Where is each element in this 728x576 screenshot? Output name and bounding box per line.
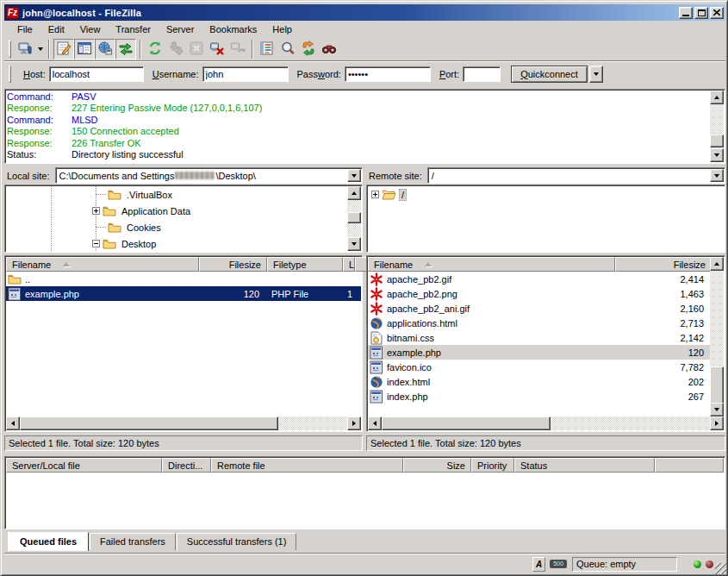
remote-site-dropdown-button[interactable] [710, 169, 724, 182]
speed-limit-icon[interactable]: 500 [550, 560, 567, 568]
synchronized-browsing-button[interactable] [298, 39, 319, 59]
menu-server[interactable]: Server [159, 22, 202, 36]
local-tree-scrollbar[interactable] [347, 186, 361, 251]
remote-site-combobox[interactable]: / [427, 167, 725, 184]
file-row--[interactable]: .. [6, 272, 361, 286]
tab-successful-transfers-1-[interactable]: Successful transfers (1) [177, 533, 297, 550]
file-row-bitnami-css[interactable]: bitnami.css2,142 [368, 330, 710, 345]
column-header-filename[interactable]: Filename [368, 257, 615, 272]
password-field[interactable] [345, 66, 431, 82]
scroll-right-button[interactable] [710, 416, 724, 430]
scroll-thumb[interactable] [347, 212, 361, 223]
tree-item-cookies[interactable]: Cookies [6, 219, 361, 235]
menu-transfer[interactable]: Transfer [108, 22, 159, 36]
queue-column-directi-[interactable]: Directi... [162, 458, 211, 473]
refresh-button[interactable] [145, 39, 165, 59]
tree-item--virtualbox[interactable]: .VirtualBox [6, 186, 361, 203]
menu-help[interactable]: Help [264, 22, 300, 36]
queue-column-status[interactable]: Status [514, 458, 655, 473]
cancel-button[interactable] [186, 39, 207, 59]
minimize-button[interactable] [679, 7, 693, 19]
menu-view[interactable]: View [72, 22, 109, 36]
menu-bookmarks[interactable]: Bookmarks [202, 22, 264, 36]
quickconnect-button[interactable]: Quickconnect [511, 66, 588, 83]
file-row-apache-pb2-png[interactable]: apache_pb2.png1,463 [368, 286, 710, 301]
file-row-example-php[interactable]: example.php120 [368, 345, 710, 360]
site-manager-button[interactable] [15, 39, 35, 59]
cell [199, 272, 267, 286]
close-button[interactable] [710, 7, 724, 19]
scroll-left-button[interactable] [368, 416, 382, 430]
scroll-thumb[interactable] [710, 366, 724, 404]
scroll-down-button[interactable] [347, 237, 361, 251]
scroll-up-button[interactable] [710, 91, 724, 104]
host-field[interactable] [49, 66, 144, 82]
data-type-indicator-button[interactable]: A [532, 557, 545, 572]
cell-text: 120 [688, 347, 704, 358]
scroll-thumb[interactable] [20, 416, 278, 430]
file-row-apache-pb2-gif[interactable]: apache_pb2.gif2,414 [368, 272, 710, 286]
tree-item-desktop[interactable]: Desktop [6, 235, 361, 251]
scroll-thumb[interactable] [710, 135, 724, 147]
file-row-index-html[interactable]: index.html202 [368, 374, 710, 389]
window-titlebar[interactable]: Fz john@localhost - FileZilla [4, 4, 725, 21]
queue-column-size[interactable]: Size [403, 458, 471, 473]
column-header-l[interactable]: L [343, 257, 355, 272]
disconnect-button[interactable] [207, 39, 227, 59]
resize-grip[interactable] [715, 563, 726, 574]
site-manager-dropdown-button[interactable] [35, 40, 45, 59]
quickconnect-dropdown-button[interactable] [589, 66, 603, 83]
file-row-applications-html[interactable]: applications.html2,713 [368, 316, 710, 330]
file-row-favicon-ico[interactable]: favicon.ico7,782 [368, 360, 710, 374]
filezilla-logo-icon: Fz [6, 7, 19, 19]
queue-column-server-local-file[interactable]: Server/Local file [6, 458, 162, 473]
column-header-filesize[interactable]: Filesize [199, 257, 267, 272]
column-header-filename[interactable]: Filename [6, 257, 199, 272]
scroll-up-button[interactable] [710, 257, 724, 271]
scroll-left-button[interactable] [6, 416, 20, 430]
remote-list-hscrollbar[interactable] [368, 416, 724, 430]
local-site-combobox[interactable]: C:\Documents and Settings\Desktop\ [55, 167, 363, 184]
tree-item--[interactable]: / [368, 186, 724, 203]
reconnect-button[interactable] [227, 39, 248, 59]
process-queue-button[interactable] [165, 39, 186, 59]
log-scrollbar[interactable] [710, 91, 724, 162]
menu-edit[interactable]: Edit [40, 22, 72, 36]
tree-item-application-data[interactable]: Application Data [6, 203, 361, 219]
scroll-down-button[interactable] [710, 148, 724, 162]
queue-column-remote-file[interactable]: Remote file [211, 458, 403, 473]
tab-failed-transfers[interactable]: Failed transfers [90, 533, 176, 550]
log-text: MLSD [72, 115, 98, 126]
tree-item-label: / [399, 189, 407, 201]
remote-list-vscrollbar[interactable] [710, 257, 724, 416]
column-header-filesize[interactable]: Filesize [615, 257, 712, 272]
filter-button[interactable] [257, 39, 277, 59]
local-list-hscrollbar[interactable] [6, 416, 361, 430]
toggle-local-tree-button[interactable] [74, 39, 95, 59]
toggle-message-log-button[interactable] [53, 39, 74, 59]
file-row-apache-pb2-ani-gif[interactable]: apache_pb2_ani.gif2,160 [368, 301, 710, 316]
file-row-index-php[interactable]: index.php267 [368, 389, 710, 404]
scroll-down-button[interactable] [710, 403, 724, 416]
queue-column-priority[interactable]: Priority [471, 458, 514, 473]
scroll-right-button[interactable] [347, 416, 361, 430]
arrow-up-icon [714, 96, 719, 99]
filename-cell: index.html [368, 374, 615, 389]
collapse-minus-icon[interactable] [92, 240, 100, 247]
toggle-transfer-queue-button[interactable] [115, 39, 136, 59]
tab-queued-files[interactable]: Queued files [8, 532, 89, 551]
file-row-example-php[interactable]: example.php120PHP File1 [6, 286, 361, 301]
local-site-dropdown-button[interactable] [347, 169, 361, 182]
expand-plus-icon[interactable] [92, 207, 100, 215]
username-field[interactable] [202, 66, 289, 82]
scroll-up-button[interactable] [347, 186, 361, 200]
port-field[interactable] [463, 66, 501, 82]
find-files-button[interactable] [319, 39, 339, 59]
column-header-filetype[interactable]: Filetype [267, 257, 343, 272]
directory-comparison-button[interactable] [277, 39, 298, 59]
expand-plus-icon[interactable] [371, 191, 379, 198]
menu-file[interactable]: File [9, 22, 40, 36]
scroll-thumb[interactable] [382, 416, 551, 430]
toggle-remote-tree-button[interactable] [95, 39, 115, 59]
maximize-button[interactable] [694, 7, 708, 19]
